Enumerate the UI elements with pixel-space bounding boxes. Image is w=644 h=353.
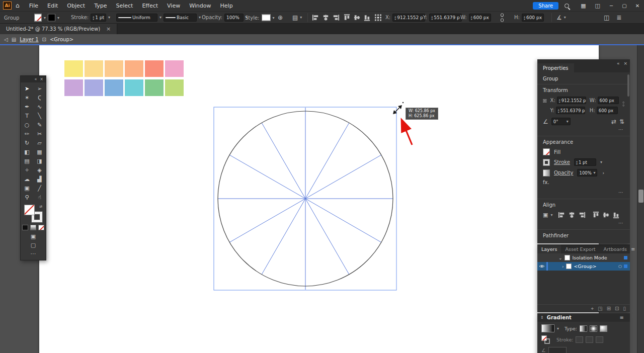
breadcrumb-layer[interactable]: Layer 1 xyxy=(20,37,38,42)
artboard-tool[interactable]: ▣ xyxy=(21,184,33,193)
vertical-scrollbar[interactable] xyxy=(637,45,644,353)
stroke-weight-dropdown-icon[interactable]: ▾ xyxy=(600,160,602,164)
color-swatch[interactable] xyxy=(64,79,83,96)
x-field[interactable]: ▴▾912.1552 p xyxy=(557,97,586,104)
type-tool[interactable]: T xyxy=(21,111,33,120)
menu-select[interactable]: Select xyxy=(111,3,137,9)
stepper-icon[interactable]: ▴▾ xyxy=(524,15,525,20)
brush-dropdown-icon[interactable]: ▾ xyxy=(199,15,201,20)
expand-icon[interactable]: ⌄ xyxy=(558,255,562,260)
menu-edit[interactable]: Edit xyxy=(43,3,62,9)
transform-options-dropdown-icon[interactable]: ▾ xyxy=(564,15,566,20)
gradient-dropdown-icon[interactable]: ▾ xyxy=(557,326,559,331)
collapse-panel-icon[interactable]: « xyxy=(34,77,37,81)
style-dropdown-icon[interactable]: ▾ xyxy=(273,15,275,20)
layer-row-isolation[interactable]: ⌄ Isolation Mode xyxy=(537,253,630,262)
align-right-icon[interactable] xyxy=(578,211,586,219)
linear-gradient-icon[interactable] xyxy=(580,325,587,332)
swap-fill-stroke-icon[interactable]: ⇄ xyxy=(39,205,42,209)
angle-field[interactable]: 0°▾ xyxy=(551,118,571,125)
align-middle-vertical-icon[interactable] xyxy=(353,14,361,21)
menu-help[interactable]: Help xyxy=(216,3,237,9)
control-options-icon[interactable]: ≣ xyxy=(616,15,621,21)
gradient-preview-swatch[interactable] xyxy=(541,324,554,332)
minimize-button[interactable]: ─ xyxy=(605,3,618,9)
stepper-icon[interactable]: ▴▾ xyxy=(471,15,472,20)
align-top-icon[interactable] xyxy=(592,211,600,219)
drawing-mode-icon[interactable]: ▣ xyxy=(31,233,36,240)
expand-icon[interactable]: › xyxy=(562,264,564,269)
fill-indicator[interactable] xyxy=(24,205,35,215)
panel-layout-icon[interactable]: ◫ xyxy=(595,3,600,9)
layer-thumbnail[interactable] xyxy=(565,255,570,260)
line-segment-tool[interactable]: ╲ xyxy=(33,111,46,120)
brush-definition-select[interactable]: Basic xyxy=(164,14,197,22)
blend-tool[interactable]: ◈ xyxy=(33,165,46,174)
color-swatch[interactable] xyxy=(125,79,143,96)
magic-wand-tool[interactable]: ✶ xyxy=(21,93,33,102)
align-center-horizontal-icon[interactable] xyxy=(568,211,576,219)
opacity-field[interactable]: 100% xyxy=(224,14,244,22)
panel-scrollbar[interactable] xyxy=(627,74,629,97)
pencil-tool[interactable]: ✏ xyxy=(21,129,33,138)
opacity-swatch[interactable] xyxy=(543,169,550,176)
layer-row-group[interactable]: › <Group> ○ xyxy=(537,262,630,271)
scale-tool[interactable]: ▱ xyxy=(33,138,46,147)
y-field[interactable]: ▴▾551.6379 p xyxy=(556,107,585,114)
fill-indicator[interactable] xyxy=(541,335,547,341)
color-swatch[interactable] xyxy=(85,79,103,96)
scrollbar-thumb[interactable] xyxy=(638,190,643,203)
layers-tab-asset-export[interactable]: Asset Export xyxy=(561,244,599,253)
fill-dropdown-icon[interactable]: ▾ xyxy=(44,15,46,20)
align-middle-vertical-icon[interactable] xyxy=(602,211,610,219)
stepper-icon[interactable]: ▴▾ xyxy=(93,15,94,20)
pen-tool[interactable]: ✒ xyxy=(21,102,33,111)
fill-swatch[interactable] xyxy=(543,148,550,155)
x-field[interactable]: ▴▾912.1552 p xyxy=(392,14,425,22)
scissors-tool[interactable]: ✂ xyxy=(33,129,46,138)
gradient-tool[interactable]: ◨ xyxy=(33,156,46,165)
globe-icon[interactable]: ⊕ xyxy=(278,15,283,21)
appearance-more-options-icon[interactable]: ⋯ xyxy=(618,190,623,195)
stroke-weight-field[interactable]: ▴▾1 pt xyxy=(574,158,596,166)
shear-icon[interactable]: ∡ xyxy=(556,15,562,21)
color-swatch[interactable] xyxy=(145,79,164,96)
color-swatch[interactable] xyxy=(145,60,164,77)
mesh-tool[interactable]: ▤ xyxy=(21,156,33,165)
maximize-button[interactable]: ▢ xyxy=(618,3,631,9)
selection-tool[interactable]: ➤ xyxy=(21,84,33,93)
align-center-horizontal-icon[interactable] xyxy=(322,14,330,21)
screen-mode-icon[interactable]: ▢ xyxy=(31,242,36,248)
panel-menu-icon[interactable]: ≡ xyxy=(631,246,635,252)
more-tools-icon[interactable]: ⋯ xyxy=(31,250,36,257)
locate-object-icon[interactable]: ⌖ xyxy=(591,306,594,312)
h-field[interactable]: ▴▾600 px xyxy=(522,14,544,22)
w-field[interactable]: ▴▾600 px xyxy=(469,14,491,22)
panel-collapse-icon[interactable]: ⇕ xyxy=(540,315,544,320)
menu-type[interactable]: Type xyxy=(90,3,111,9)
workspace-switcher-icon[interactable]: ▦ xyxy=(581,3,586,9)
document-setup-icon[interactable]: ▤ xyxy=(292,15,298,21)
panel-menu-icon[interactable]: ≡ xyxy=(620,315,624,320)
align-left-icon[interactable] xyxy=(558,211,566,219)
radial-gradient-icon[interactable] xyxy=(590,325,597,332)
stroke-weight-dropdown-icon[interactable]: ▾ xyxy=(108,15,110,20)
h-field[interactable]: 600 px xyxy=(597,107,618,114)
close-panel-icon[interactable]: × xyxy=(40,77,43,81)
menu-effect[interactable]: Effect xyxy=(137,3,163,9)
align-to-icon[interactable]: ▣ xyxy=(543,212,548,218)
stroke-swatch[interactable] xyxy=(543,159,550,166)
transform-more-options-icon[interactable]: ⋯ xyxy=(618,127,623,132)
stroke-link[interactable]: Stroke xyxy=(554,159,570,165)
dock-columns-icon[interactable]: ◫ xyxy=(604,15,609,21)
flip-vertical-icon[interactable]: ⇅ xyxy=(619,119,624,125)
perspective-grid-tool[interactable]: ▦ xyxy=(33,147,46,156)
delete-layer-icon[interactable]: ▯ xyxy=(623,306,626,311)
align-bottom-icon[interactable] xyxy=(612,211,620,219)
fill-stroke-indicator[interactable]: ⇄ xyxy=(24,205,42,222)
width-profile-select[interactable]: Uniform xyxy=(116,14,157,22)
zoom-tool[interactable]: ⚲ xyxy=(21,193,33,202)
gradient-fill-stroke-indicator[interactable] xyxy=(541,335,550,344)
y-field[interactable]: ▴▾551.6379 p xyxy=(429,14,462,22)
search-icon[interactable] xyxy=(565,4,569,8)
